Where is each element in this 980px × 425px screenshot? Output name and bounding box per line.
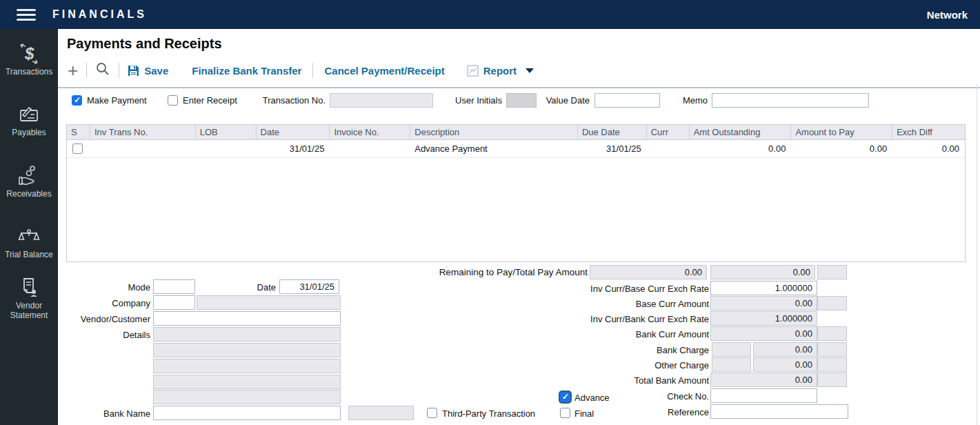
toolbar-divider — [119, 63, 119, 78]
other-charge-code-field — [712, 357, 751, 372]
advance-label: Advance — [574, 391, 610, 405]
check-pen-icon — [17, 105, 41, 126]
column-header[interactable]: Date — [257, 125, 330, 139]
sidebar-item-receivables[interactable]: Receivables — [0, 165, 58, 199]
top-bar: FINANCIALS Network — [0, 0, 980, 29]
details-field-1 — [153, 327, 341, 342]
sidebar-item-transactions[interactable]: $ Transactions — [0, 43, 58, 77]
column-header[interactable]: S — [67, 125, 90, 139]
sidebar-item-label: Receivables — [6, 189, 51, 199]
base-amount-label: Base Curr Amount — [472, 297, 709, 311]
check-no-input[interactable] — [710, 388, 817, 403]
inv-base-rate-input[interactable] — [710, 281, 817, 295]
column-header[interactable]: Inv Trans No. — [90, 125, 196, 139]
total-bank-amount-field: 0.00 — [710, 373, 817, 387]
enter-receipt-label: Enter Receipt — [183, 93, 237, 108]
details-field-2 — [153, 343, 341, 357]
dollar-arrows-icon: $ — [17, 43, 41, 65]
toolbar-divider — [312, 63, 313, 78]
cell-amount-to-pay: 0.00 — [791, 144, 892, 154]
search-button[interactable] — [95, 61, 110, 79]
company-label: Company — [58, 296, 150, 310]
bank-charge-label: Bank Charge — [472, 343, 709, 357]
toolbar-divider-line — [58, 87, 980, 88]
chevron-down-icon — [526, 68, 534, 73]
sidebar-item-label: Transactions — [6, 67, 52, 77]
main-content: Payments and Receipts + Save Finalize Ba… — [58, 29, 980, 425]
third-party-checkbox[interactable] — [427, 408, 437, 418]
page-title: Payments and Receipts — [67, 36, 222, 52]
enter-receipt-checkbox[interactable] — [168, 95, 178, 106]
sidebar-item-label: Payables — [12, 128, 46, 137]
total-pay-amount-field: 0.00 — [710, 265, 815, 279]
network-status-label[interactable]: Network — [927, 9, 968, 21]
row-select-checkbox[interactable] — [72, 144, 83, 154]
other-charge-field: 0.00 — [753, 357, 817, 372]
column-header[interactable]: Description — [410, 125, 578, 139]
vendor-customer-input[interactable] — [153, 311, 341, 326]
report-dropdown-button[interactable]: Report — [467, 65, 534, 77]
scrollbar-track[interactable] — [977, 84, 977, 425]
column-header[interactable]: Amt Outstanding — [690, 125, 792, 139]
bank-amount-label: Bank Curr Amount — [472, 327, 709, 342]
column-header[interactable]: LOB — [196, 125, 257, 139]
sidebar-item-trial-balance[interactable]: Trial Balance — [0, 227, 58, 259]
save-button[interactable]: Save — [128, 65, 168, 77]
company-input[interactable] — [153, 295, 195, 310]
sidebar-item-payables[interactable]: Payables — [0, 105, 58, 137]
details-field-3 — [153, 359, 341, 373]
cell-due-date: 31/01/25 — [578, 144, 647, 154]
column-header[interactable]: Curr — [647, 125, 690, 139]
bank-charge-aux-field — [817, 342, 847, 357]
report-chart-icon — [467, 65, 479, 77]
add-button[interactable]: + — [68, 63, 78, 78]
cancel-payment-receipt-button[interactable]: Cancel Payment/Receipt — [324, 65, 444, 77]
total-bank-amount-label: Total Bank Amount — [472, 373, 709, 388]
finalize-bank-transfer-button[interactable]: Finalize Bank Transfer — [192, 65, 301, 77]
final-checkbox[interactable] — [560, 408, 570, 418]
cell-amt-outstanding: 0.00 — [690, 144, 792, 154]
total-bank-aux-field — [817, 373, 847, 387]
other-charge-label: Other Charge — [472, 358, 709, 373]
cell-description: Advance Payment — [410, 144, 578, 154]
transaction-no-label: Transaction No. — [257, 93, 326, 108]
details-field-5 — [153, 390, 341, 404]
make-payment-label: Make Payment — [87, 93, 147, 108]
bank-charge-code-field — [712, 342, 751, 357]
cell-exch-diff: 0.00 — [892, 144, 965, 154]
column-header[interactable]: Exch Diff — [892, 125, 965, 139]
scales-icon — [17, 227, 41, 248]
bank-amount-aux-field — [817, 326, 847, 341]
date-input[interactable] — [279, 279, 339, 294]
hamburger-menu-icon[interactable] — [17, 9, 37, 21]
sidebar-item-vendor-statement[interactable]: Vendor Statement — [0, 277, 58, 321]
bank-name-label: Bank Name — [58, 406, 150, 421]
value-date-label: Value Date — [541, 93, 590, 108]
save-icon — [128, 65, 139, 77]
base-amount-aux-field — [817, 296, 847, 310]
bank-name-input[interactable] — [153, 406, 341, 420]
make-payment-checkbox[interactable] — [72, 95, 82, 106]
user-initials-field — [506, 93, 537, 108]
table-row[interactable]: 31/01/25 Advance Payment 31/01/25 0.00 0… — [67, 140, 965, 158]
base-amount-field: 0.00 — [710, 296, 817, 310]
statement-person-icon — [17, 277, 41, 299]
hand-coins-icon — [17, 165, 41, 187]
toolbar-divider — [86, 63, 87, 78]
column-header[interactable]: Due Date — [578, 125, 647, 139]
bank-amount-field: 0.00 — [710, 326, 817, 341]
column-header[interactable]: Invoice No. — [330, 125, 410, 139]
value-date-input[interactable] — [594, 93, 660, 108]
other-charge-aux-field — [817, 357, 847, 372]
svg-text:$: $ — [24, 44, 34, 63]
reference-input[interactable] — [710, 404, 848, 419]
remaining-to-pay-field: 0.00 — [590, 265, 707, 279]
column-header[interactable]: Amount to Pay — [791, 125, 892, 139]
invoice-table: S Inv Trans No. LOB Date Invoice No. Des… — [66, 124, 966, 262]
mode-input[interactable] — [153, 279, 195, 294]
details-label: Details — [58, 328, 150, 342]
search-icon — [95, 61, 110, 77]
advance-checkbox[interactable] — [560, 392, 570, 402]
memo-input[interactable] — [712, 93, 869, 108]
company-name-field — [197, 295, 341, 310]
